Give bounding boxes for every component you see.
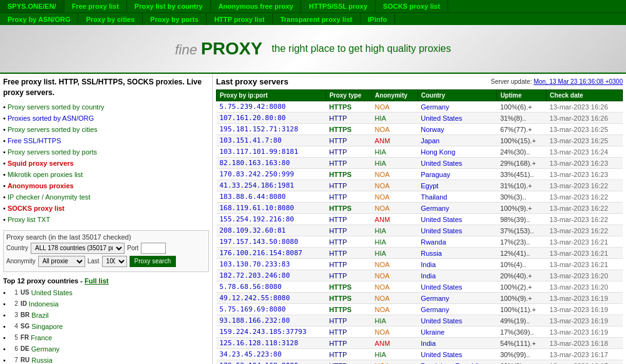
- proxy-type: HTTP: [326, 259, 372, 270]
- proxy-ip[interactable]: 41.33.254.186:1981: [217, 180, 326, 191]
- proxy-ip[interactable]: 125.16.128.118:3128: [217, 338, 326, 349]
- proxy-ip[interactable]: 197.157.143.50:8080: [217, 236, 326, 248]
- proxy-ip[interactable]: 182.72.203.246:80: [217, 270, 326, 281]
- proxy-ip[interactable]: 176.100.216.154:8087: [217, 248, 326, 259]
- proxy-country: Russia: [418, 248, 497, 259]
- proxy-anonymity: HIA: [372, 146, 418, 158]
- proxy-uptime: 100%(9).+: [497, 293, 546, 304]
- nav-ipinfo[interactable]: IPinfo: [361, 13, 396, 25]
- table-row: 183.88.6.44:8080 HTTP NOA Thailand 30%(3…: [217, 191, 623, 203]
- port-label: Port: [127, 245, 138, 251]
- sidebar-link-cities: Proxy servers sorted by cities: [3, 124, 209, 135]
- proxy-ip[interactable]: 93.188.166.232:80: [217, 315, 326, 326]
- main-layout: Free proxy list. HTTP, SSL/HTTPS, SOCKS …: [0, 74, 626, 364]
- full-list-link[interactable]: Full list: [85, 277, 109, 285]
- proxy-uptime: 31%(10).+: [497, 180, 546, 191]
- country-code: DE: [21, 343, 29, 355]
- proxy-check-date: 13-mar-2023 16:22: [546, 225, 623, 236]
- search-button[interactable]: Proxy search: [130, 256, 176, 267]
- country-link[interactable]: United States: [31, 287, 73, 298]
- proxy-type: HTTP: [326, 236, 372, 248]
- table-header: Uptime: [497, 90, 546, 101]
- country-num: 5: [6, 332, 18, 343]
- country-num: 1: [6, 287, 18, 298]
- proxy-anonymity: ANM: [372, 135, 418, 146]
- proxy-ip[interactable]: 103.117.101.99:8181: [217, 146, 326, 158]
- server-update: Server update: Mon, 13 Mar 23 16:36:08 +…: [491, 78, 623, 85]
- last-select[interactable]: 100: [102, 256, 127, 267]
- proxy-uptime: 60%(9)..: [497, 360, 546, 365]
- country-link[interactable]: Singapore: [31, 321, 63, 332]
- sidebar-link-ports: Proxy servers sorted by ports: [3, 146, 209, 158]
- proxy-country: United States: [418, 281, 497, 293]
- proxy-anonymity: NOA: [372, 270, 418, 281]
- country-link[interactable]: France: [31, 332, 52, 343]
- proxy-uptime: 49%(19)..: [497, 315, 546, 326]
- proxy-ip[interactable]: 107.161.20.80:80: [217, 113, 326, 124]
- proxy-ip[interactable]: 103.130.70.233:83: [217, 259, 326, 270]
- proxy-ip[interactable]: 49.12.242.55:8080: [217, 293, 326, 304]
- nav-asn[interactable]: Proxy by ASN/ORG: [0, 13, 78, 25]
- country-link[interactable]: Indonesia: [29, 298, 59, 310]
- proxy-country: Dominican Republic: [418, 360, 497, 365]
- proxy-anonymity: NOA: [372, 180, 418, 191]
- proxy-country: Norway: [418, 124, 497, 135]
- proxy-country: Hong Kong: [418, 146, 497, 158]
- country-code: RU: [21, 355, 29, 364]
- nav-https[interactable]: HTTPS/SSL proxy: [301, 0, 375, 13]
- proxy-ip[interactable]: 183.88.6.44:8080: [217, 191, 326, 203]
- proxy-ip[interactable]: 34.23.45.223:80: [217, 349, 326, 360]
- nav-proxy-country[interactable]: Proxy list by country: [127, 0, 211, 13]
- proxy-ip[interactable]: 155.254.192.216:80: [217, 214, 326, 225]
- table-row: 103.117.101.99:8181 HTTP HIA Hong Kong 2…: [217, 146, 623, 158]
- proxy-uptime: 17%(369)..: [497, 326, 546, 338]
- proxy-check-date: 13-mar-2023 16:19: [546, 315, 623, 326]
- proxy-ip[interactable]: 168.119.61.10:8080: [217, 203, 326, 214]
- proxy-ip[interactable]: 103.151.41.7:80: [217, 135, 326, 146]
- country-link[interactable]: Germany: [31, 343, 59, 355]
- anonymity-select[interactable]: All proxie: [38, 256, 85, 267]
- country-select[interactable]: ALL 178 countries (35017 pn: [31, 243, 125, 254]
- proxy-type: HTTP: [326, 146, 372, 158]
- proxy-check-date: 13-mar-2023 16:23: [546, 158, 623, 169]
- table-row: 5.75.169.69:8080 HTTPS NOA Germany 100%(…: [217, 304, 623, 315]
- server-update-link[interactable]: Mon, 13 Mar 23 16:36:08 +0300: [533, 78, 623, 85]
- proxy-country: India: [418, 259, 497, 270]
- proxy-uptime: 10%(4)..: [497, 259, 546, 270]
- proxy-ip[interactable]: 5.78.68.56:8080: [217, 281, 326, 293]
- country-list-item: 5 FR France: [3, 332, 209, 343]
- proxy-anonymity: NOA: [372, 304, 418, 315]
- nav-cities[interactable]: Proxy by cities: [78, 13, 143, 25]
- proxy-ip[interactable]: 170.83.242.250:999: [217, 169, 326, 180]
- country-link[interactable]: Brazil: [31, 310, 49, 321]
- proxy-country: Germany: [418, 101, 497, 113]
- proxy-anonymity: NOA: [372, 326, 418, 338]
- nav-socks[interactable]: SOCKS proxy list: [376, 0, 448, 13]
- proxy-ip[interactable]: 195.181.152.71:3128: [217, 124, 326, 135]
- proxy-type: HTTP: [326, 326, 372, 338]
- nav-ports[interactable]: Proxy by ports: [143, 13, 207, 25]
- proxy-ip[interactable]: 179.52.194.168:8080: [217, 360, 326, 365]
- port-input[interactable]: [141, 243, 166, 254]
- table-row: 159.224.243.185:37793 HTTP NOA Ukraine 1…: [217, 326, 623, 338]
- proxy-check-date: 13-mar-2023 16:19: [546, 293, 623, 304]
- proxy-ip[interactable]: 5.75.239.42:8080: [217, 101, 326, 113]
- proxy-ip[interactable]: 159.224.243.185:37793: [217, 326, 326, 338]
- country-list-item: 2 ID Indonesia: [3, 298, 209, 310]
- country-link[interactable]: Russia: [31, 355, 53, 364]
- nav-transparent[interactable]: Transparent proxy list: [273, 13, 361, 25]
- nav-free-proxy[interactable]: Free proxy list: [64, 0, 127, 13]
- nav-home[interactable]: SPYS.ONE/EN/: [0, 0, 64, 13]
- proxy-anonymity: NOA: [372, 169, 418, 180]
- proxy-anonymity: HIA: [372, 315, 418, 326]
- proxy-ip[interactable]: 82.180.163.163:80: [217, 158, 326, 169]
- proxy-ip[interactable]: 208.109.32.60:81: [217, 225, 326, 236]
- proxy-anonymity: ANM: [372, 338, 418, 349]
- proxy-check-date: 13-mar-2023 16:25: [546, 135, 623, 146]
- nav-anonymous[interactable]: Anonymous free proxy: [211, 0, 302, 13]
- proxy-anonymity: NOA: [372, 203, 418, 214]
- nav-http[interactable]: HTTP proxy list: [207, 13, 272, 25]
- country-code: US: [21, 287, 29, 298]
- proxy-ip[interactable]: 5.75.169.69:8080: [217, 304, 326, 315]
- proxy-type: HTTP: [326, 214, 372, 225]
